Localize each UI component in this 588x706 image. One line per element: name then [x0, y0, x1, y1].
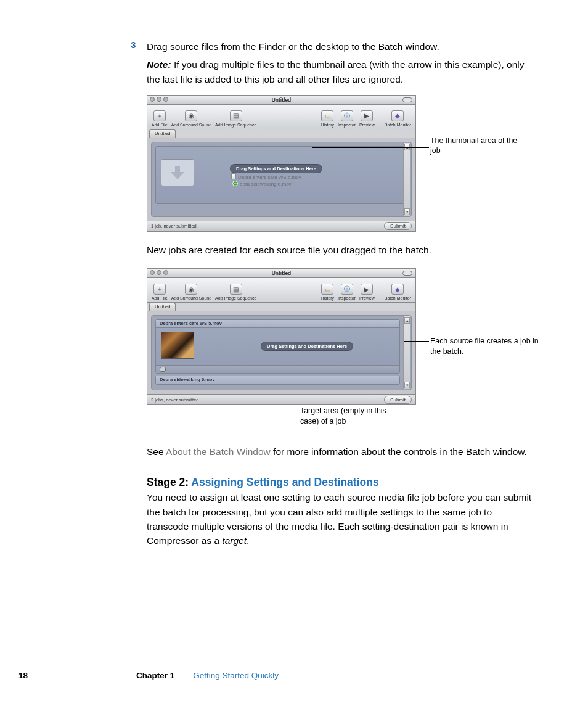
tab-untitled[interactable]: Untitled [149, 303, 176, 311]
history-button[interactable]: ▭History [321, 284, 334, 300]
page-footer: 18 Chapter 1 Getting Started Quickly [51, 671, 279, 680]
titlebar: Untitled [147, 269, 415, 278]
preview-button[interactable]: ▶Preview [359, 284, 375, 300]
drop-settings-pill[interactable]: Drag Settings and Destinations Here [261, 342, 353, 351]
footer-divider [84, 666, 84, 684]
scrollbar[interactable]: ▴▾ [403, 316, 410, 389]
drawer-icon: ▭ [321, 284, 333, 295]
preview-button[interactable]: ▶Preview [359, 110, 375, 127]
step-3: 3 Drag source files from the Finder or t… [147, 39, 533, 54]
inspector-button[interactable]: ⓘInspector [338, 284, 356, 300]
sequence-icon: ▤ [230, 110, 242, 121]
callout-thumbnail-area: The thumbnail area of the job [430, 136, 529, 156]
figure-2: Untitled ＋Add File ◉Add Surround Sound ▤… [147, 268, 533, 405]
plus-icon: ＋ [153, 284, 166, 295]
stage-2-heading: Stage 2: Assigning Settings and Destinat… [147, 476, 533, 489]
status-text: 2 jobs, never submitted [151, 397, 199, 403]
plus-icon: ＋ [153, 110, 166, 121]
toolbar: ＋Add File ◉Add Surround Sound ▤Add Image… [147, 278, 415, 303]
stage-2-title[interactable]: Assigning Settings and Destinations [191, 476, 378, 488]
tabbar: Untitled [147, 129, 415, 138]
statusbar: 2 jobs, never submitted Submit [147, 394, 415, 404]
sequence-icon: ▤ [230, 284, 242, 295]
job-1[interactable]: Debra enters cafe WS 5.mov Drag Settings… [155, 319, 400, 374]
add-image-sequence-button[interactable]: ▤Add Image Sequence [215, 110, 256, 127]
filter-icon[interactable] [160, 367, 166, 372]
add-image-sequence-button[interactable]: ▤Add Image Sequence [215, 284, 256, 300]
down-arrow-icon [171, 166, 184, 179]
play-icon: ▶ [361, 284, 373, 295]
stage-2-body: You need to assign at least one setting … [147, 490, 533, 548]
surround-icon: ◉ [185, 110, 197, 121]
note-text: If you drag multiple files to the thumbn… [147, 59, 525, 84]
job-1-thumbnail [161, 332, 194, 359]
history-button[interactable]: ▭History [321, 110, 334, 127]
canvas: Debra enters cafe WS 5.mov Drag Settings… [147, 311, 415, 394]
figure-1: Untitled ＋Add File ◉Add Surround Sound ▤… [147, 95, 533, 232]
toolbar-toggle-icon[interactable] [402, 97, 412, 102]
add-file-button[interactable]: ＋Add File [152, 284, 168, 300]
surround-icon: ◉ [185, 284, 197, 295]
window-title: Untitled [272, 97, 292, 103]
note: Note: If you drag multiple files to the … [147, 57, 533, 86]
tab-untitled[interactable]: Untitled [149, 129, 176, 138]
batch-monitor-button[interactable]: ◆Batch Monitor [385, 284, 411, 300]
note-label: Note: [147, 59, 171, 70]
statusbar: 1 job, never submitted Submit [147, 221, 415, 231]
drop-settings-pill[interactable]: Drag Settings and Destinations Here [230, 164, 322, 173]
callout-source-creates-job: Each source file creates a job in the ba… [430, 336, 541, 356]
add-file-button[interactable]: ＋Add File [152, 110, 168, 127]
status-text: 1 job, never submitted [151, 223, 197, 229]
monitor-icon: ◆ [391, 284, 404, 295]
titlebar: Untitled [147, 96, 415, 105]
toolbar-toggle-icon[interactable] [402, 271, 412, 276]
info-icon: ⓘ [341, 110, 353, 121]
job-2[interactable]: Debra sidewalking 6.mov [155, 376, 400, 385]
inspector-button[interactable]: ⓘInspector [338, 110, 356, 127]
file-icon [231, 173, 236, 179]
canvas: Drag Settings and Destinations Here Debr… [147, 138, 415, 221]
window-title: Untitled [272, 270, 292, 276]
paragraph-see: See About the Batch Window for more info… [147, 445, 533, 459]
scrollbar[interactable]: ▴▾ [403, 143, 410, 216]
drawer-icon: ▭ [321, 110, 333, 121]
traffic-lights [150, 97, 168, 102]
job-2-title: Debra sidewalking 6.mov [156, 376, 399, 384]
chapter-label: Chapter 1 [136, 671, 174, 680]
job-1-footer [156, 365, 399, 373]
batch-monitor-button[interactable]: ◆Batch Monitor [385, 110, 411, 127]
play-icon: ▶ [361, 110, 373, 121]
add-surround-sound-button[interactable]: ◉Add Surround Sound [171, 284, 211, 300]
chapter-title: Getting Started Quickly [193, 671, 279, 680]
traffic-lights [150, 270, 168, 275]
callout-target-area: Target area (empty in this case) of a jo… [300, 406, 399, 426]
add-cursor-icon: + [232, 181, 238, 186]
batch-window-1: Untitled ＋Add File ◉Add Surround Sound ▤… [147, 95, 416, 232]
tabbar: Untitled [147, 303, 415, 311]
page-number: 18 [18, 671, 28, 680]
monitor-icon: ◆ [391, 110, 404, 121]
submit-button[interactable]: Submit [384, 222, 412, 230]
link-about-batch-window[interactable]: About the Batch Window [166, 446, 271, 457]
step-text: Drag source files from the Finder or the… [147, 39, 533, 54]
batch-window-2: Untitled ＋Add File ◉Add Surround Sound ▤… [147, 268, 416, 405]
job-empty[interactable]: Drag Settings and Destinations Here Debr… [155, 146, 407, 204]
job-1-title: Debra enters cafe WS 5.mov [156, 320, 399, 328]
toolbar: ＋Add File ◉Add Surround Sound ▤Add Image… [147, 105, 415, 129]
page-content: 3 Drag source files from the Finder or t… [0, 0, 588, 548]
step-number: 3 [131, 39, 136, 50]
info-icon: ⓘ [341, 284, 353, 295]
paragraph-new-jobs: New jobs are created for each source fil… [147, 243, 533, 257]
drag-cursor-files: Debra enters cafe WS 5.mov +ebra sidewal… [231, 173, 301, 187]
add-surround-sound-button[interactable]: ◉Add Surround Sound [171, 110, 211, 127]
thumbnail-drop-well[interactable] [161, 159, 194, 186]
submit-button[interactable]: Submit [384, 396, 412, 404]
